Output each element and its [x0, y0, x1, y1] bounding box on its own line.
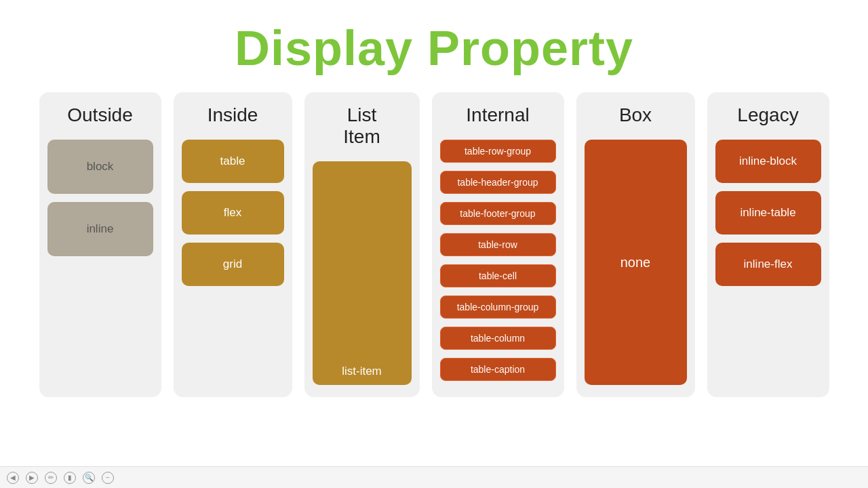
- bottom-bar: ◀ ▶ ✏ ▮ 🔍 −: [0, 466, 868, 488]
- arrow-right-icon[interactable]: ▶: [26, 472, 38, 484]
- list-item: table-cell: [440, 264, 556, 287]
- columns-container: Outside block inline Inside table flex g…: [27, 92, 841, 397]
- list-item: table-row-group: [440, 140, 556, 163]
- list-item: table-column-group: [440, 296, 556, 319]
- list-item: table-header-group: [440, 171, 556, 194]
- column-title-legacy: Legacy: [737, 104, 798, 126]
- list-item: list-item: [313, 161, 412, 385]
- column-items-listitem: list-item: [313, 161, 412, 385]
- bookmark-icon[interactable]: ▮: [64, 472, 76, 484]
- column-title-inside: Inside: [208, 104, 258, 126]
- column-items-legacy: inline-block inline-table inline-flex: [715, 140, 821, 385]
- page-title: Display Property: [235, 20, 633, 76]
- list-item: none: [585, 140, 687, 385]
- list-item: table: [182, 140, 284, 183]
- list-item: inline-table: [715, 191, 821, 235]
- column-box: Box none: [576, 92, 695, 397]
- minus-icon[interactable]: −: [102, 472, 114, 484]
- list-item: table-column: [440, 327, 556, 350]
- list-item: table-row: [440, 233, 556, 256]
- column-legacy: Legacy inline-block inline-table inline-…: [707, 92, 829, 397]
- list-item: block: [47, 140, 153, 194]
- list-item: inline-block: [715, 140, 821, 183]
- column-listitem: ListItem list-item: [304, 92, 420, 397]
- pencil-icon[interactable]: ✏: [45, 472, 57, 484]
- column-items-outside: block inline: [47, 140, 153, 385]
- column-title-listitem: ListItem: [343, 104, 380, 148]
- list-item: flex: [182, 191, 284, 235]
- list-item: inline: [47, 202, 153, 256]
- column-items-box: none: [585, 140, 687, 385]
- list-item: table-caption: [440, 358, 556, 381]
- list-item: grid: [182, 243, 284, 286]
- arrow-left-icon[interactable]: ◀: [7, 472, 19, 484]
- column-items-internal: table-row-group table-header-group table…: [440, 140, 556, 385]
- column-internal: Internal table-row-group table-header-gr…: [432, 92, 564, 397]
- column-outside: Outside block inline: [39, 92, 161, 397]
- column-title-outside: Outside: [67, 104, 133, 126]
- list-item: table-footer-group: [440, 202, 556, 225]
- list-item: inline-flex: [715, 243, 821, 286]
- column-inside: Inside table flex grid: [174, 92, 292, 397]
- column-items-inside: table flex grid: [182, 140, 284, 385]
- search-icon[interactable]: 🔍: [83, 472, 95, 484]
- column-title-box: Box: [619, 104, 652, 126]
- column-title-internal: Internal: [466, 104, 529, 126]
